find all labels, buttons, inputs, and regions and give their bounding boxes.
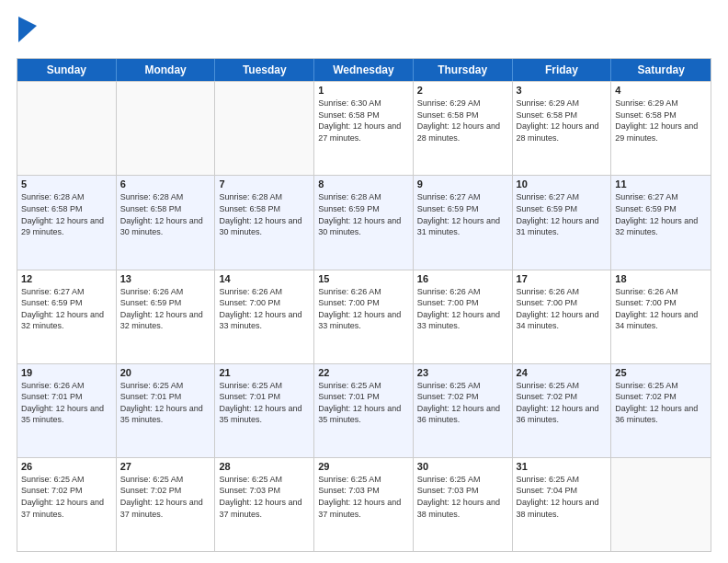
day-number: 10 — [517, 178, 608, 190]
sun-info: Sunrise: 6:27 AM Sunset: 6:59 PM Dayligh… — [21, 286, 112, 332]
sun-info: Sunrise: 6:25 AM Sunset: 7:02 PM Dayligh… — [615, 380, 707, 426]
sun-info: Sunrise: 6:25 AM Sunset: 7:03 PM Dayligh… — [219, 474, 310, 520]
sun-info: Sunrise: 6:25 AM Sunset: 7:02 PM Dayligh… — [417, 380, 508, 426]
day-number: 21 — [219, 367, 310, 378]
sun-info: Sunrise: 6:26 AM Sunset: 7:00 PM Dayligh… — [318, 286, 409, 332]
day-number: 1 — [318, 85, 409, 96]
cal-cell-1-4: 1Sunrise: 6:30 AM Sunset: 6:58 PM Daylig… — [314, 82, 414, 175]
cal-cell-2-4: 8Sunrise: 6:28 AM Sunset: 6:59 PM Daylig… — [314, 176, 414, 269]
day-number: 13 — [120, 273, 211, 284]
day-number: 2 — [417, 85, 508, 96]
sun-info: Sunrise: 6:29 AM Sunset: 6:58 PM Dayligh… — [615, 98, 707, 144]
sun-info: Sunrise: 6:26 AM Sunset: 7:01 PM Dayligh… — [21, 380, 112, 426]
sun-info: Sunrise: 6:26 AM Sunset: 7:00 PM Dayligh… — [615, 286, 707, 332]
cal-cell-1-6: 3Sunrise: 6:29 AM Sunset: 6:58 PM Daylig… — [513, 82, 612, 175]
cal-cell-2-7: 11Sunrise: 6:27 AM Sunset: 6:59 PM Dayli… — [611, 176, 711, 269]
sun-info: Sunrise: 6:25 AM Sunset: 7:01 PM Dayligh… — [219, 380, 310, 426]
sun-info: Sunrise: 6:25 AM Sunset: 7:03 PM Dayligh… — [318, 474, 409, 520]
cal-cell-3-5: 16Sunrise: 6:26 AM Sunset: 7:00 PM Dayli… — [414, 270, 513, 363]
cal-cell-4-4: 22Sunrise: 6:25 AM Sunset: 7:01 PM Dayli… — [314, 364, 414, 457]
col-header-wednesday: Wednesday — [314, 59, 414, 81]
calendar-row-3: 12Sunrise: 6:27 AM Sunset: 6:59 PM Dayli… — [17, 270, 711, 363]
cal-cell-5-3: 28Sunrise: 6:25 AM Sunset: 7:03 PM Dayli… — [215, 458, 314, 551]
day-number: 18 — [615, 273, 707, 284]
day-number: 28 — [219, 461, 310, 472]
cal-cell-3-7: 18Sunrise: 6:26 AM Sunset: 7:00 PM Dayli… — [611, 270, 711, 363]
cal-cell-2-3: 7Sunrise: 6:28 AM Sunset: 6:58 PM Daylig… — [215, 176, 314, 269]
day-number: 11 — [615, 178, 707, 190]
cal-cell-1-1 — [17, 82, 117, 175]
day-number: 24 — [517, 367, 608, 378]
sun-info: Sunrise: 6:30 AM Sunset: 6:58 PM Dayligh… — [318, 98, 409, 144]
cal-cell-1-7: 4Sunrise: 6:29 AM Sunset: 6:58 PM Daylig… — [611, 82, 711, 175]
day-number: 14 — [219, 273, 310, 284]
sun-info: Sunrise: 6:27 AM Sunset: 6:59 PM Dayligh… — [517, 191, 608, 237]
cal-cell-2-1: 5Sunrise: 6:28 AM Sunset: 6:58 PM Daylig… — [17, 176, 117, 269]
sun-info: Sunrise: 6:27 AM Sunset: 6:59 PM Dayligh… — [615, 191, 707, 237]
cal-cell-4-5: 23Sunrise: 6:25 AM Sunset: 7:02 PM Dayli… — [414, 364, 513, 457]
sun-info: Sunrise: 6:28 AM Sunset: 6:59 PM Dayligh… — [318, 191, 409, 237]
sun-info: Sunrise: 6:25 AM Sunset: 7:02 PM Dayligh… — [120, 474, 211, 520]
sun-info: Sunrise: 6:25 AM Sunset: 7:03 PM Dayligh… — [417, 474, 508, 520]
logo — [17, 17, 37, 49]
logo-text — [17, 17, 37, 49]
cal-cell-2-5: 9Sunrise: 6:27 AM Sunset: 6:59 PM Daylig… — [414, 176, 513, 269]
sun-info: Sunrise: 6:27 AM Sunset: 6:59 PM Dayligh… — [417, 191, 508, 237]
calendar-row-1: 1Sunrise: 6:30 AM Sunset: 6:58 PM Daylig… — [17, 81, 711, 175]
day-number: 8 — [318, 178, 409, 190]
col-header-tuesday: Tuesday — [215, 59, 314, 81]
cal-cell-4-3: 21Sunrise: 6:25 AM Sunset: 7:01 PM Dayli… — [215, 364, 314, 457]
cal-cell-5-7 — [611, 458, 711, 551]
day-number: 17 — [517, 273, 608, 284]
cal-cell-1-5: 2Sunrise: 6:29 AM Sunset: 6:58 PM Daylig… — [414, 82, 513, 175]
day-number: 7 — [219, 178, 310, 190]
cal-cell-2-2: 6Sunrise: 6:28 AM Sunset: 6:58 PM Daylig… — [117, 176, 216, 269]
cal-cell-3-3: 14Sunrise: 6:26 AM Sunset: 7:00 PM Dayli… — [215, 270, 314, 363]
day-number: 4 — [615, 85, 707, 96]
sun-info: Sunrise: 6:25 AM Sunset: 7:01 PM Dayligh… — [318, 380, 409, 426]
sun-info: Sunrise: 6:26 AM Sunset: 7:00 PM Dayligh… — [417, 286, 508, 332]
day-number: 16 — [417, 273, 508, 284]
day-number: 31 — [517, 461, 608, 472]
cal-cell-4-7: 25Sunrise: 6:25 AM Sunset: 7:02 PM Dayli… — [611, 364, 711, 457]
day-number: 29 — [318, 461, 409, 472]
calendar-body: 1Sunrise: 6:30 AM Sunset: 6:58 PM Daylig… — [17, 81, 711, 551]
sun-info: Sunrise: 6:26 AM Sunset: 7:00 PM Dayligh… — [517, 286, 608, 332]
col-header-saturday: Saturday — [611, 59, 711, 81]
calendar-header: SundayMondayTuesdayWednesdayThursdayFrid… — [17, 59, 711, 81]
sun-info: Sunrise: 6:28 AM Sunset: 6:58 PM Dayligh… — [21, 191, 112, 237]
header — [17, 17, 711, 49]
cal-cell-3-2: 13Sunrise: 6:26 AM Sunset: 6:59 PM Dayli… — [117, 270, 216, 363]
calendar-row-2: 5Sunrise: 6:28 AM Sunset: 6:58 PM Daylig… — [17, 175, 711, 269]
cal-cell-5-4: 29Sunrise: 6:25 AM Sunset: 7:03 PM Dayli… — [314, 458, 414, 551]
cal-cell-2-6: 10Sunrise: 6:27 AM Sunset: 6:59 PM Dayli… — [513, 176, 612, 269]
day-number: 20 — [120, 367, 211, 378]
day-number: 6 — [120, 178, 211, 190]
cal-cell-3-1: 12Sunrise: 6:27 AM Sunset: 6:59 PM Dayli… — [17, 270, 117, 363]
sun-info: Sunrise: 6:29 AM Sunset: 6:58 PM Dayligh… — [517, 98, 608, 144]
cal-cell-1-2 — [117, 82, 216, 175]
logo-icon — [18, 17, 37, 42]
sun-info: Sunrise: 6:26 AM Sunset: 6:59 PM Dayligh… — [120, 286, 211, 332]
day-number: 22 — [318, 367, 409, 378]
sun-info: Sunrise: 6:25 AM Sunset: 7:02 PM Dayligh… — [21, 474, 112, 520]
calendar: SundayMondayTuesdayWednesdayThursdayFrid… — [17, 58, 711, 552]
cal-cell-1-3 — [215, 82, 314, 175]
day-number: 26 — [21, 461, 112, 472]
sun-info: Sunrise: 6:25 AM Sunset: 7:01 PM Dayligh… — [120, 380, 211, 426]
day-number: 3 — [517, 85, 608, 96]
cal-cell-5-2: 27Sunrise: 6:25 AM Sunset: 7:02 PM Dayli… — [117, 458, 216, 551]
calendar-row-5: 26Sunrise: 6:25 AM Sunset: 7:02 PM Dayli… — [17, 457, 711, 551]
day-number: 25 — [615, 367, 707, 378]
cal-cell-4-2: 20Sunrise: 6:25 AM Sunset: 7:01 PM Dayli… — [117, 364, 216, 457]
day-number: 19 — [21, 367, 112, 378]
sun-info: Sunrise: 6:25 AM Sunset: 7:04 PM Dayligh… — [517, 474, 608, 520]
cal-cell-3-4: 15Sunrise: 6:26 AM Sunset: 7:00 PM Dayli… — [314, 270, 414, 363]
cal-cell-4-1: 19Sunrise: 6:26 AM Sunset: 7:01 PM Dayli… — [17, 364, 117, 457]
cal-cell-5-1: 26Sunrise: 6:25 AM Sunset: 7:02 PM Dayli… — [17, 458, 117, 551]
day-number: 5 — [21, 178, 112, 190]
col-header-thursday: Thursday — [414, 59, 513, 81]
cal-cell-3-6: 17Sunrise: 6:26 AM Sunset: 7:00 PM Dayli… — [513, 270, 612, 363]
page: SundayMondayTuesdayWednesdayThursdayFrid… — [0, 0, 728, 563]
sun-info: Sunrise: 6:29 AM Sunset: 6:58 PM Dayligh… — [417, 98, 508, 144]
